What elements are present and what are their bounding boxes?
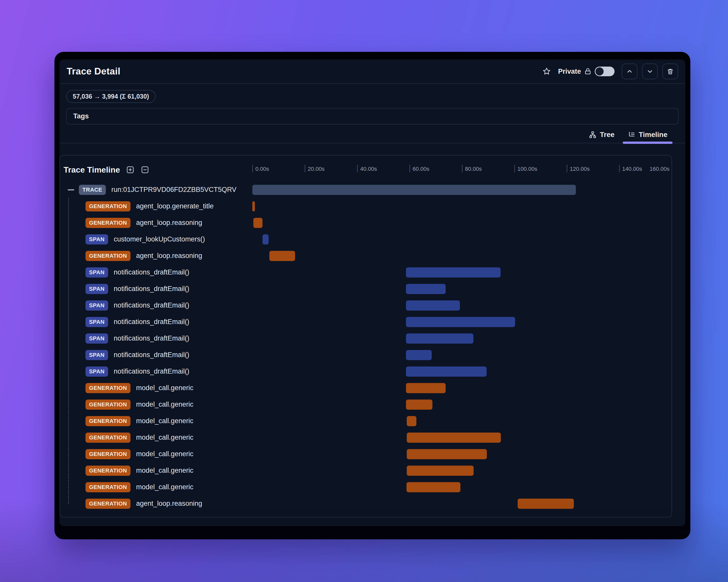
row-label-cell[interactable]: SPANnotifications_draftEmail() xyxy=(60,363,252,380)
row-type-badge: SPAN xyxy=(85,267,108,278)
timeline-bar[interactable] xyxy=(406,317,515,327)
row-label-cell[interactable]: GENERATIONmodel_call.generic xyxy=(60,446,252,462)
axis-tick-line xyxy=(619,165,620,172)
row-label: model_call.generic xyxy=(136,450,193,458)
row-label: notifications_draftEmail() xyxy=(114,334,189,342)
timeline-bar[interactable] xyxy=(406,383,446,393)
row-type-badge: SPAN xyxy=(85,317,108,327)
row-bar-cell xyxy=(252,347,672,363)
timeline-bar[interactable] xyxy=(407,433,501,443)
trace-detail-window: Trace Detail Private xyxy=(54,52,691,539)
row-label-cell[interactable]: GENERATIONagent_loop.reasoning xyxy=(60,248,252,264)
axis-tick: 100.00s xyxy=(514,165,537,172)
tab-timeline[interactable]: Timeline xyxy=(621,127,674,143)
row-type-badge: SPAN xyxy=(85,333,108,343)
delete-button[interactable] xyxy=(662,63,678,79)
axis-tick-line xyxy=(252,165,253,172)
row-type-badge: SPAN xyxy=(85,366,108,377)
row-type-badge: TRACE xyxy=(79,185,106,195)
lock-icon xyxy=(584,67,592,75)
timeline-row: SPANnotifications_draftEmail() xyxy=(60,314,672,330)
collapse-toggle-icon[interactable] xyxy=(68,189,74,190)
timeline-bar[interactable] xyxy=(406,333,474,343)
row-label-cell[interactable]: GENERATIONagent_loop.reasoning xyxy=(60,495,252,512)
timeline-bar[interactable] xyxy=(252,201,255,212)
tree-guide-line xyxy=(68,198,69,504)
tab-tree[interactable]: Tree xyxy=(582,127,621,143)
expand-all-button[interactable] xyxy=(126,165,135,174)
timeline-bar[interactable] xyxy=(518,499,574,509)
row-label: notifications_draftEmail() xyxy=(114,318,189,326)
row-label-cell[interactable]: GENERATIONmodel_call.generic xyxy=(60,396,252,413)
timeline-bar[interactable] xyxy=(262,234,269,245)
timeline-bar[interactable] xyxy=(406,284,446,294)
timeline-bar[interactable] xyxy=(406,366,487,377)
timeline-bar[interactable] xyxy=(406,267,501,278)
timeline-bar[interactable] xyxy=(407,466,474,476)
timeline-bar[interactable] xyxy=(253,218,263,228)
row-bar-cell xyxy=(252,215,672,231)
timeline-bar[interactable] xyxy=(407,482,461,492)
row-type-badge: GENERATION xyxy=(85,383,130,393)
row-label-cell[interactable]: SPANnotifications_draftEmail() xyxy=(60,330,252,347)
row-label: notifications_draftEmail() xyxy=(114,268,189,276)
timeline-row: SPANnotifications_draftEmail() xyxy=(60,281,672,297)
timeline-row: GENERATIONagent_loop.generate_title xyxy=(60,198,672,215)
token-usage-badge: 57,036 → 3,994 (Σ 61,030) xyxy=(66,90,156,103)
row-type-badge: GENERATION xyxy=(85,218,130,228)
panel-title: Trace Timeline xyxy=(63,165,120,175)
row-label-cell[interactable]: SPANnotifications_draftEmail() xyxy=(60,281,252,297)
row-label: run:01JCTPR9VD06FD2ZBB5VCT5QRV xyxy=(111,186,237,194)
timeline-bar[interactable] xyxy=(407,416,416,426)
collapse-down-button[interactable] xyxy=(642,63,658,79)
collapse-up-button[interactable] xyxy=(622,63,638,79)
timeline-bar[interactable] xyxy=(407,449,487,459)
timeline-bar[interactable] xyxy=(406,399,433,410)
collapse-all-button[interactable] xyxy=(140,165,150,174)
row-bar-cell xyxy=(252,330,672,347)
privacy-toggle[interactable] xyxy=(595,66,615,76)
tree-icon xyxy=(589,131,597,139)
row-bar-cell xyxy=(252,264,672,281)
row-label-cell[interactable]: SPANnotifications_draftEmail() xyxy=(60,297,252,314)
toggle-knob xyxy=(596,67,604,76)
star-icon[interactable] xyxy=(542,67,551,76)
axis-tick-label: 100.00s xyxy=(517,166,537,172)
row-label-cell[interactable]: TRACErun:01JCTPR9VD06FD2ZBB5VCT5QRV xyxy=(60,182,252,198)
row-label: model_call.generic xyxy=(136,467,193,474)
axis-tick-label: 120.00s xyxy=(570,166,590,172)
view-tabs: Tree Timeline xyxy=(59,127,685,143)
row-label-cell[interactable]: SPANnotifications_draftEmail() xyxy=(60,347,252,363)
row-label-cell[interactable]: SPANnotifications_draftEmail() xyxy=(60,264,252,281)
row-label-cell[interactable]: SPANcustomer_lookUpCustomers() xyxy=(60,231,252,248)
timeline-bar[interactable] xyxy=(269,251,295,261)
row-label: agent_loop.reasoning xyxy=(136,252,202,260)
timeline-icon xyxy=(628,131,635,139)
row-bar-cell xyxy=(252,182,672,198)
time-axis: 160.00s 0.00s20.00s40.00s60.00s80.00s100… xyxy=(252,158,672,182)
row-label: notifications_draftEmail() xyxy=(114,351,189,359)
row-label-cell[interactable]: SPANnotifications_draftEmail() xyxy=(60,314,252,330)
timeline-bar[interactable] xyxy=(406,350,432,360)
page-title: Trace Detail xyxy=(67,66,120,77)
row-bar-cell xyxy=(252,363,672,380)
row-bar-cell xyxy=(252,429,672,446)
tags-input[interactable]: Tags xyxy=(66,108,679,124)
timeline-bar[interactable] xyxy=(406,300,460,311)
row-label-cell[interactable]: GENERATIONagent_loop.generate_title xyxy=(60,198,252,215)
row-label: model_call.generic xyxy=(136,434,193,441)
privacy-label: Private xyxy=(558,67,581,76)
privacy-control: Private xyxy=(558,66,615,76)
row-label-cell[interactable]: GENERATIONagent_loop.reasoning xyxy=(60,215,252,231)
row-bar-cell xyxy=(252,198,672,215)
row-label-cell[interactable]: GENERATIONmodel_call.generic xyxy=(60,429,252,446)
row-label-cell[interactable]: GENERATIONmodel_call.generic xyxy=(60,380,252,396)
row-label-cell[interactable]: GENERATIONmodel_call.generic xyxy=(60,479,252,495)
timeline-bar[interactable] xyxy=(252,185,576,195)
row-type-badge: SPAN xyxy=(85,284,108,294)
row-type-badge: SPAN xyxy=(85,300,108,311)
row-label: notifications_draftEmail() xyxy=(114,301,189,309)
row-label-cell[interactable]: GENERATIONmodel_call.generic xyxy=(60,413,252,429)
row-label-cell[interactable]: GENERATIONmodel_call.generic xyxy=(60,462,252,479)
axis-tick: 20.00s xyxy=(305,165,324,172)
